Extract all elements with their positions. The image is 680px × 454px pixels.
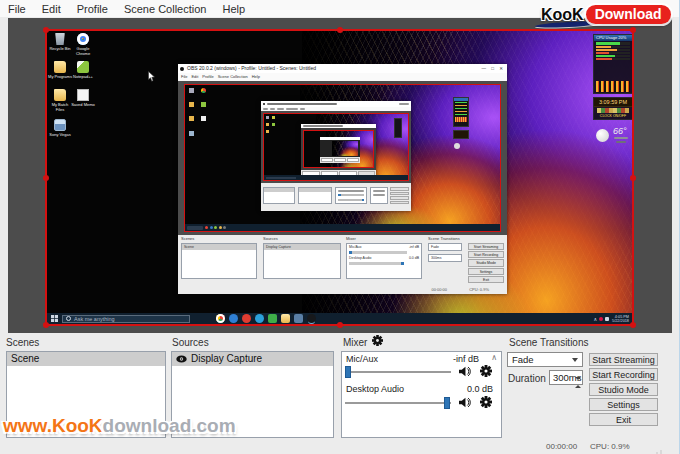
desktop-icon-saved-memo: Saved Memo	[70, 89, 96, 107]
recycle-bin-icon	[54, 33, 66, 45]
nested-obs-window-level3	[301, 124, 376, 180]
obs-main-window: File Edit Profile Scene Collection Help …	[0, 0, 680, 454]
tray-icon-red	[599, 317, 603, 321]
transitions-panel-title: Scene Transitions	[509, 337, 589, 348]
desktop-settings-gear-icon[interactable]	[480, 396, 492, 408]
desktop-mute-speaker-icon[interactable]	[459, 397, 471, 408]
settings-button[interactable]: Settings	[589, 398, 658, 411]
stream-timer: 00:00:00	[546, 442, 577, 451]
source-list-item[interactable]: Display Capture	[172, 352, 333, 366]
mixer-panel: Mic/Aux -inf dB ∧ Desktop Audio 0.0 dB	[341, 351, 502, 438]
menu-scene-collection[interactable]: Scene Collection	[116, 3, 215, 15]
taskbar-app-icons	[216, 314, 320, 323]
cpu-gadget-header: CPU Usage 20%	[594, 35, 632, 41]
menu-profile[interactable]: Profile	[69, 3, 116, 15]
windows-start-icon	[51, 315, 58, 322]
cortana-search-box: Ask me anything	[62, 315, 190, 323]
desktop-icon-notepadpp: Notepad++	[70, 61, 96, 79]
taskbar-icon-opera	[242, 314, 251, 323]
mic-mute-speaker-icon[interactable]	[459, 366, 471, 377]
selection-handle[interactable]	[337, 322, 343, 328]
nested-dock: Scenes Scene Sources Display Capture Mix…	[178, 235, 507, 286]
taskbar-icon-obs	[307, 314, 316, 323]
nested-preview-canvas	[178, 81, 507, 235]
exit-button[interactable]: Exit	[589, 413, 658, 426]
clock-gadget-time: 3:09:59 PM	[594, 98, 632, 107]
nested-gadget-cpu	[453, 97, 469, 127]
captured-desktop: Recycle Bin Google Chrome My Programs No…	[47, 31, 632, 324]
display-capture-source[interactable]: Recycle Bin Google Chrome My Programs No…	[45, 29, 634, 326]
cortana-icon	[66, 316, 71, 321]
menu-help[interactable]: Help	[214, 3, 253, 15]
nested-obs-window: OBS 20.0.2 (windows) - Profile: Untitled…	[178, 64, 507, 294]
nested-obs-window-level2	[261, 101, 411, 211]
clock-gadget: 3:09:59 PM CLOCK ON/OFF	[593, 97, 632, 120]
selection-handle[interactable]	[43, 322, 49, 328]
selection-handle[interactable]	[43, 175, 49, 181]
duration-spinbox[interactable]: 300ms	[549, 370, 583, 385]
kookdownload-watermark: www.KooKdownload.com	[3, 415, 236, 437]
mic-volume-slider[interactable]	[345, 366, 451, 378]
selection-handle[interactable]	[337, 27, 343, 33]
media-file-icon	[54, 119, 66, 131]
kook-logo-text: KooK	[541, 6, 584, 24]
menu-edit[interactable]: Edit	[34, 3, 69, 15]
search-placeholder: Ask me anything	[74, 316, 115, 322]
mic-settings-gear-icon[interactable]	[480, 365, 492, 377]
download-badge: Download	[586, 5, 671, 24]
taskbar-icon-whatsapp	[268, 314, 277, 323]
folder-icon	[54, 61, 66, 73]
taskbar-icon-edge	[229, 314, 238, 323]
scenes-panel-title: Scenes	[6, 337, 39, 348]
cpu-meter-bar	[596, 42, 630, 45]
visibility-eye-icon[interactable]	[176, 355, 187, 363]
cpu-usage-status: CPU: 0.9%	[590, 442, 630, 451]
preview-canvas[interactable]: Recycle Bin Google Chrome My Programs No…	[8, 18, 672, 333]
mixer-gear-icon[interactable]	[372, 335, 383, 346]
weather-temp: 66°	[613, 126, 627, 136]
taskbar-icon-explorer	[281, 314, 290, 323]
cpu-histogram	[596, 81, 630, 92]
mixer-collapse-icon[interactable]: ∧	[491, 353, 497, 362]
studio-mode-button[interactable]: Studio Mode	[589, 383, 658, 396]
resize-grip[interactable]	[646, 442, 662, 452]
duration-label: Duration	[508, 373, 546, 384]
kook-download-logo: KooK Download	[541, 5, 671, 24]
start-recording-button[interactable]: Start Recording	[589, 368, 658, 381]
nested-menu-bar: FileEditProfileScene CollectionHelp	[178, 73, 507, 81]
start-streaming-button[interactable]: Start Streaming	[589, 353, 658, 366]
taskbar-icon-chrome	[216, 314, 225, 323]
taskbar-icon-telegram	[255, 314, 264, 323]
desktop-slider-thumb[interactable]	[444, 397, 450, 409]
desktop-volume-slider[interactable]	[345, 397, 451, 409]
mic-slider-thumb[interactable]	[345, 366, 351, 378]
mixer-ch1-level: -inf dB	[453, 354, 479, 364]
nested-taskbar	[185, 224, 500, 231]
spin-down-icon[interactable]	[575, 379, 581, 392]
clock-gadget-buttons	[597, 108, 629, 113]
weather-gadget: 66°	[593, 124, 632, 150]
sources-panel-title: Sources	[172, 337, 209, 348]
clock-gadget-label: CLOCK ON/OFF	[594, 114, 632, 119]
tray-icon-volume	[605, 317, 609, 321]
nested-gadget-clock	[453, 130, 469, 139]
tray-chevron-icon: ∧	[593, 316, 597, 322]
nested-display-capture	[184, 84, 501, 232]
nested-window-titlebar: OBS 20.0.2 (windows) - Profile: Untitled…	[178, 64, 507, 73]
nested-app-icon	[180, 67, 184, 71]
taskbar-icon-store	[294, 314, 303, 323]
notepadpp-icon	[77, 61, 89, 73]
scene-list-item[interactable]: Scene	[7, 352, 165, 366]
selection-handle[interactable]	[630, 322, 636, 328]
selection-handle[interactable]	[43, 27, 49, 33]
selection-handle[interactable]	[630, 27, 636, 33]
selection-handle[interactable]	[630, 175, 636, 181]
nested-gadget-moon	[454, 143, 460, 149]
mixer-ch2-level: 0.0 dB	[467, 384, 493, 394]
folder-icon	[54, 89, 66, 101]
chrome-icon	[77, 33, 89, 45]
transition-select[interactable]: Fade	[507, 352, 583, 367]
tray-clock: 4:05 PM 5/22/2018	[612, 315, 629, 323]
menu-file[interactable]: File	[0, 3, 34, 15]
nested-status-bar: 00:00:00 CPU: 0.9%	[178, 286, 507, 294]
